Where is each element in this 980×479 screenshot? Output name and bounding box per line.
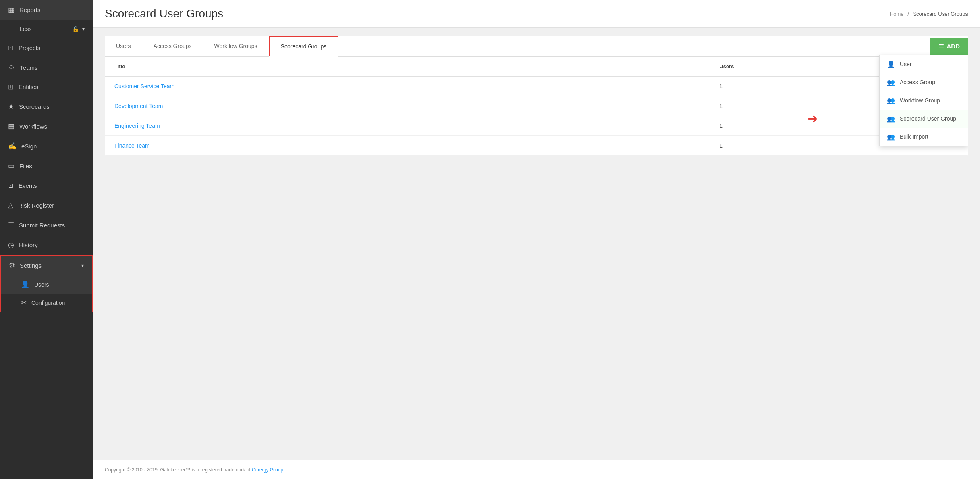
add-button[interactable]: ☰ ADD: [930, 38, 968, 55]
sidebar-item-events[interactable]: ⊿ Events: [0, 176, 93, 196]
tab-scorecard-groups[interactable]: Scorecard Groups: [269, 36, 339, 57]
sidebar-item-label: Risk Register: [18, 202, 54, 209]
sidebar-item-esign[interactable]: ✍ eSign: [0, 136, 93, 156]
sidebar-item-label: Files: [19, 162, 32, 169]
table-cell-title[interactable]: Development Team: [105, 96, 710, 116]
sidebar-item-teams[interactable]: ☺ Teams: [0, 58, 93, 77]
table-row: Customer Service Team1: [105, 76, 968, 96]
workflows-icon: ▤: [8, 122, 15, 131]
access-group-dropdown-icon: 👥: [887, 79, 895, 86]
sidebar: ▦ Reports ··· Less 🔒 ▾ ⊡ Projects ☺ Team…: [0, 0, 93, 479]
tab-users[interactable]: Users: [105, 36, 142, 56]
sidebar-item-entities[interactable]: ⊞ Entities: [0, 77, 93, 97]
settings-chevron-icon: ▾: [81, 263, 84, 269]
events-icon: ⊿: [8, 181, 14, 190]
sidebar-item-users[interactable]: 👤 Users: [1, 275, 92, 294]
table-row: Development Team1: [105, 96, 968, 116]
sidebar-item-label: eSign: [21, 143, 37, 150]
workflow-group-dropdown-icon: 👥: [887, 97, 895, 104]
configuration-icon: ✂: [21, 298, 27, 307]
sidebar-item-projects[interactable]: ⊡ Projects: [0, 38, 93, 58]
dropdown-item-scorecard-user-group[interactable]: 👥 Scorecard User Group ➜: [880, 110, 968, 128]
entities-icon: ⊞: [8, 83, 14, 91]
dropdown-item-workflow-group-label: Workflow Group: [900, 97, 940, 104]
footer-text-end: .: [283, 467, 284, 473]
sidebar-users-label: Users: [34, 281, 49, 288]
dots-icon: ···: [8, 25, 17, 33]
dropdown-menu: 👤 User 👥 Access Group 👥 Workflow Group: [879, 55, 968, 146]
breadcrumb: Home / Scorecard User Groups: [890, 11, 968, 17]
main-content: Scorecard User Groups Home / Scorecard U…: [93, 0, 980, 479]
col-title: Title: [105, 57, 710, 76]
dropdown-item-user[interactable]: 👤 User: [880, 55, 968, 73]
dropdown-item-user-label: User: [900, 61, 912, 67]
scorecards-icon: ★: [8, 102, 14, 111]
table-cell-title[interactable]: Engineering Team: [105, 116, 710, 136]
sidebar-less-label: Less: [20, 26, 32, 32]
lock-icon: 🔒: [72, 26, 79, 32]
sidebar-item-label: Reports: [19, 6, 41, 13]
sidebar-item-label: Teams: [20, 64, 37, 71]
sidebar-settings-label: Settings: [20, 262, 42, 269]
tabs-and-table: Users Access Groups Workflow Groups Scor…: [105, 36, 968, 156]
sidebar-item-label: Submit Requests: [19, 222, 65, 229]
breadcrumb-separator: /: [907, 11, 909, 17]
hamburger-icon: ☰: [938, 43, 944, 50]
table-cell-title[interactable]: Finance Team: [105, 136, 710, 156]
projects-icon: ⊡: [8, 44, 14, 52]
sidebar-item-files[interactable]: ▭ Files: [0, 156, 93, 176]
dropdown-item-scorecard-user-group-label: Scorecard User Group: [900, 115, 956, 122]
submit-requests-icon: ☰: [8, 221, 14, 229]
tabs-row: Users Access Groups Workflow Groups Scor…: [105, 36, 968, 57]
topbar: Scorecard User Groups Home / Scorecard U…: [93, 0, 980, 28]
tab-access-groups[interactable]: Access Groups: [142, 36, 203, 56]
settings-icon: ⚙: [9, 261, 15, 270]
sidebar-item-reports[interactable]: ▦ Reports: [0, 0, 93, 20]
dropdown-item-access-group-label: Access Group: [900, 79, 935, 85]
settings-section: ⚙ Settings ▾ 👤 Users ✂ Configuration: [0, 255, 93, 312]
footer-text: Copyright © 2010 - 2019. Gatekeeper™ is …: [105, 467, 252, 473]
users-sub-icon: 👤: [21, 280, 29, 289]
breadcrumb-home[interactable]: Home: [890, 11, 904, 17]
user-dropdown-icon: 👤: [887, 60, 895, 68]
sidebar-item-label: Scorecards: [19, 103, 50, 110]
table-cell-title[interactable]: Customer Service Team: [105, 76, 710, 96]
table-row: Engineering Team1: [105, 116, 968, 136]
sidebar-item-settings[interactable]: ⚙ Settings ▾: [1, 256, 92, 275]
dropdown-item-workflow-group[interactable]: 👥 Workflow Group: [880, 92, 968, 110]
dropdown-item-bulk-import-label: Bulk Import: [900, 133, 928, 140]
history-icon: ◷: [8, 241, 14, 249]
sidebar-configuration-label: Configuration: [31, 300, 65, 306]
sidebar-less-row[interactable]: ··· Less 🔒 ▾: [0, 20, 93, 38]
sidebar-item-label: Entities: [19, 83, 38, 90]
dropdown-item-bulk-import[interactable]: 👥 Bulk Import: [880, 128, 968, 146]
sidebar-item-history[interactable]: ◷ History: [0, 235, 93, 255]
sidebar-item-submit-requests[interactable]: ☰ Submit Requests: [0, 215, 93, 235]
esign-icon: ✍: [8, 142, 17, 150]
add-button-area: ☰ ADD 👤 User 👥 Access Group: [930, 38, 968, 55]
tab-workflow-groups[interactable]: Workflow Groups: [203, 36, 269, 56]
sidebar-item-workflows[interactable]: ▤ Workflows: [0, 117, 93, 136]
footer-link[interactable]: Cinergy Group: [252, 467, 283, 473]
files-icon: ▭: [8, 162, 15, 170]
sidebar-item-configuration[interactable]: ✂ Configuration: [1, 294, 92, 312]
footer: Copyright © 2010 - 2019. Gatekeeper™ is …: [93, 460, 980, 479]
page-title: Scorecard User Groups: [105, 7, 223, 20]
table-row: Finance Team1: [105, 136, 968, 156]
sidebar-item-risk-register[interactable]: △ Risk Register: [0, 196, 93, 215]
sidebar-item-label: History: [19, 242, 38, 248]
scorecard-user-group-dropdown-icon: 👥: [887, 115, 895, 123]
sidebar-item-label: Events: [19, 182, 37, 189]
sidebar-item-label: Projects: [19, 44, 40, 51]
reports-icon: ▦: [8, 6, 15, 14]
sidebar-item-scorecards[interactable]: ★ Scorecards: [0, 97, 93, 117]
content-area: Users Access Groups Workflow Groups Scor…: [93, 28, 980, 460]
data-table: Title Users Customer Service Team1Develo…: [105, 57, 968, 156]
dropdown-item-access-group[interactable]: 👥 Access Group: [880, 73, 968, 92]
teams-icon: ☺: [8, 63, 15, 71]
risk-register-icon: △: [8, 201, 13, 210]
breadcrumb-current: Scorecard User Groups: [913, 11, 968, 17]
chevron-down-icon: ▾: [82, 26, 85, 32]
sidebar-item-label: Workflows: [19, 123, 47, 130]
bulk-import-dropdown-icon: 👥: [887, 133, 895, 141]
